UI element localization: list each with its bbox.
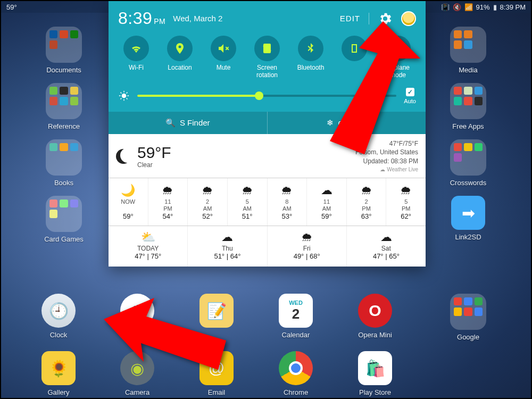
battery-pct: 91% [476,3,490,11]
qs-label: Location [161,64,199,72]
daily-cell: 🌧Fri49° | 68° [267,226,346,267]
app-label: Media [442,66,495,74]
folder-documents[interactable]: Documents [37,27,90,74]
folder-media[interactable]: Media [442,27,495,74]
hourly-cell: 🌧11 PM54° [148,178,188,226]
weather-icon: 🌧 [228,184,267,197]
hourly-temp: 53° [281,212,292,220]
qs-label: Mute [204,64,243,72]
app-label: Link2SD [442,233,495,241]
qs-location[interactable]: Location [161,36,199,79]
app-label: Card Games [37,235,90,243]
folder-crosswords[interactable]: Crosswords [442,139,495,187]
app-label: Camera [111,388,164,396]
qs-wifi[interactable]: Wi-Fi [117,36,155,79]
annotation-arrow-bottom [104,298,226,380]
app-drawer[interactable] [442,351,495,388]
app-label: Free Apps [442,122,495,130]
folder-google[interactable]: Google [442,294,495,341]
daily-name: Fri [303,245,311,252]
hourly-cell: 🌧8 AM53° [267,178,307,226]
folder-books[interactable]: Books [37,139,90,187]
wifi-icon: 📶 [464,3,473,11]
app-label: Clock [32,331,85,339]
weather-icon: ☁ [188,230,267,244]
search-icon: 🔍 [165,118,176,128]
app-label: Calendar [269,331,322,339]
app-opera[interactable]: O Opera Mini [348,294,402,339]
daily-name: TODAY [137,245,159,252]
app-label: Reference [37,122,90,130]
daily-hilo: 47° | 65° [347,252,426,260]
folder-cardgames[interactable]: Card Games [37,196,90,243]
app-link2sd[interactable]: ➡ Link2SD [442,196,495,241]
hourly-cell: 🌧5 PM62° [386,178,426,226]
hourly-temp: 54° [163,212,173,220]
weather-provider: Weather Live [387,167,418,172]
status-clock: 8:39 PM [500,3,526,11]
daily-hilo: 47° | 75° [109,252,187,260]
vibrate-icon: 📳 [441,3,450,11]
app-label: Email [190,388,243,396]
hourly-label: 5 AM [228,198,267,212]
weather-icon: ☁ [347,230,426,244]
sfinder-button[interactable]: 🔍 S Finder [109,112,267,134]
panel-ampm: PM [154,17,165,26]
weather-daily: ⛅TODAY47° | 75°☁Thu51° | 64°🌧Fri49° | 68… [109,226,426,267]
daily-hilo: 49° | 68° [268,252,346,260]
battery-icon: ▮ [493,3,497,11]
svg-marker-1 [330,21,420,154]
app-label: Google [442,333,495,341]
hourly-temp: 59° [321,212,332,220]
weather-hourly: 🌙NOW59°🌧11 PM54°🌧2 AM52°🌧5 AM51°🌧8 AM53°… [109,178,426,226]
app-playstore[interactable]: 🛍️ Play Store [348,351,402,396]
hourly-label: 2 PM [347,198,386,212]
hourly-cell: 🌧2 AM52° [187,178,227,226]
hourly-label: NOW [109,198,148,212]
hourly-label: 11 PM [148,198,188,212]
daily-cell: ☁Thu51° | 64° [187,226,267,267]
svg-marker-2 [104,298,226,370]
app-calendar[interactable]: WED2 Calendar [269,294,322,339]
app-chrome[interactable]: Chrome [269,351,322,396]
hourly-temp: 52° [202,212,213,220]
hourly-label: 11 AM [307,198,346,212]
weather-icon: 🌧 [268,230,346,244]
daily-name: Thu [222,245,233,252]
folder-freeapps[interactable]: Free Apps [442,83,495,130]
app-label: Books [37,179,90,187]
status-right: 📳 🔇 📶 91% ▮ 8:39 PM [441,3,526,11]
hourly-temp: 51° [242,212,253,220]
weather-icon: 🌧 [386,184,426,197]
app-label: Opera Mini [348,331,402,339]
qs-rotation[interactable]: Screen rotation [248,36,286,79]
hourly-label: 8 AM [268,198,307,212]
calendar-day-num: 2 [292,306,300,322]
hourly-temp: 59° [123,212,134,220]
folder-reference[interactable]: Reference [37,83,90,130]
app-label: Chrome [269,388,322,396]
app-label: Documents [37,66,90,74]
weather-icon: 🌧 [268,184,307,197]
qs-mute[interactable]: Mute [204,36,243,79]
hourly-temp: 62° [401,212,411,220]
weather-now-cond: Clear [137,162,171,169]
app-gallery[interactable]: 🌻 Gallery [32,351,85,396]
hourly-temp: 63° [361,212,372,220]
moon-icon [116,149,131,164]
panel-clock[interactable]: 8:39PM [118,9,165,28]
panel-date[interactable]: Wed, March 2 [173,14,222,23]
daily-cell: ☁Sat47° | 65° [346,226,426,267]
hourly-cell: ☁11 AM59° [306,178,346,226]
annotation-arrow-top [314,21,426,156]
app-label: Crosswords [442,179,495,187]
mute-icon: 🔇 [453,3,461,11]
brightness-icon [118,90,130,102]
status-temp: 59° [6,3,17,11]
daily-cell: ⛅TODAY47° | 75° [109,226,187,267]
hourly-cell: 🌧5 AM51° [227,178,267,226]
daily-hilo: 51° | 64° [188,252,267,260]
weather-icon: 🌧 [148,184,188,197]
hourly-cell: 🌙NOW59° [109,178,148,226]
app-clock[interactable]: 🕘 Clock [32,294,85,339]
